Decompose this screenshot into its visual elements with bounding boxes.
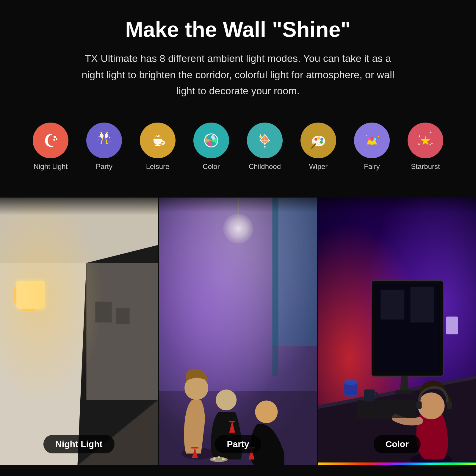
svg-marker-35: [418, 135, 421, 138]
svg-point-26: [317, 142, 320, 145]
color-badge: Color: [374, 435, 421, 453]
svg-point-10: [109, 137, 110, 138]
svg-rect-98: [318, 198, 476, 257]
svg-point-68: [213, 457, 216, 460]
leisure-icon: [140, 123, 176, 158]
svg-point-20: [259, 136, 262, 138]
svg-point-12: [110, 141, 111, 142]
night-light-icon: [33, 123, 68, 158]
party-badge: Party: [215, 435, 261, 453]
svg-marker-37: [429, 144, 431, 145]
mode-party[interactable]: Party: [86, 123, 122, 171]
svg-point-24: [320, 138, 323, 141]
svg-point-0: [54, 136, 56, 138]
svg-rect-83: [411, 287, 434, 322]
wiper-label: Wiper: [309, 162, 328, 171]
svg-rect-49: [95, 302, 112, 322]
svg-point-62: [216, 390, 237, 411]
svg-point-9: [98, 136, 100, 137]
modes-row: Night Light Party: [24, 117, 452, 186]
svg-rect-90: [416, 402, 422, 409]
svg-point-4: [104, 133, 108, 138]
svg-rect-50: [116, 308, 129, 324]
svg-rect-63: [229, 421, 235, 422]
top-section: Make the Wall "Shine" TX Ultimate has 8 …: [0, 0, 476, 198]
color-icon: [193, 123, 229, 158]
color-scene: Color: [318, 198, 476, 465]
svg-point-23: [317, 137, 320, 140]
svg-point-33: [371, 143, 373, 145]
svg-point-11: [98, 140, 99, 140]
svg-rect-85: [396, 391, 414, 394]
svg-point-2: [53, 139, 55, 141]
svg-point-7: [101, 132, 102, 133]
svg-point-39: [431, 143, 433, 144]
svg-point-96: [344, 379, 357, 385]
mode-starburst[interactable]: Starburst: [408, 123, 443, 171]
svg-point-89: [418, 393, 445, 419]
childhood-label: Childhood: [249, 162, 281, 171]
svg-point-3: [100, 133, 104, 138]
fairy-icon: [354, 123, 390, 158]
night-light-scene: Night Light: [0, 198, 158, 465]
mode-childhood[interactable]: Childhood: [247, 123, 283, 171]
childhood-icon: [247, 123, 283, 158]
svg-rect-73: [159, 198, 317, 257]
svg-rect-92: [357, 400, 416, 418]
svg-rect-66: [191, 447, 198, 449]
svg-point-1: [56, 138, 57, 140]
svg-rect-52: [0, 198, 158, 257]
color-label: Color: [203, 162, 220, 171]
fairy-label: Fairy: [364, 162, 380, 171]
svg-rect-82: [381, 290, 405, 320]
starburst-label: Starburst: [411, 162, 440, 171]
wiper-icon: [300, 123, 336, 158]
svg-point-31: [374, 138, 376, 140]
svg-marker-84: [400, 376, 409, 391]
night-light-label: Night Light: [34, 162, 68, 171]
night-light-badge: Night Light: [43, 435, 114, 453]
svg-point-30: [368, 138, 370, 140]
mode-color[interactable]: Color: [193, 123, 229, 171]
starburst-icon: [408, 123, 443, 158]
party-icon: [86, 123, 122, 158]
svg-point-70: [222, 458, 225, 461]
mode-fairy[interactable]: Fairy: [354, 123, 390, 171]
rgb-gradient-bar: [318, 463, 476, 465]
page-subtitle: TX Ultimate has 8 different ambient ligh…: [74, 50, 402, 99]
party-label: Party: [96, 162, 112, 171]
svg-rect-97: [364, 390, 375, 402]
svg-point-64: [255, 401, 278, 423]
mode-leisure[interactable]: Leisure: [140, 123, 176, 171]
mode-wiper[interactable]: Wiper: [300, 123, 336, 171]
svg-line-27: [312, 144, 315, 148]
page-title: Make the Wall "Shine": [24, 18, 452, 41]
mode-night-light[interactable]: Night Light: [33, 123, 68, 171]
svg-point-32: [370, 137, 373, 140]
photos-section: Night Light: [0, 198, 476, 465]
svg-point-69: [217, 456, 220, 458]
night-light-panel: Night Light: [0, 198, 158, 465]
leisure-label: Leisure: [146, 162, 170, 171]
svg-rect-91: [447, 402, 452, 409]
svg-point-22: [314, 138, 317, 141]
color-panel: Color: [318, 198, 476, 465]
svg-point-38: [418, 143, 420, 145]
svg-point-8: [107, 132, 108, 133]
svg-marker-34: [421, 136, 430, 145]
party-panel: Party: [159, 198, 317, 465]
party-scene: Party: [159, 198, 317, 465]
svg-point-25: [320, 141, 323, 144]
svg-marker-36: [430, 131, 432, 134]
svg-rect-87: [449, 320, 456, 325]
